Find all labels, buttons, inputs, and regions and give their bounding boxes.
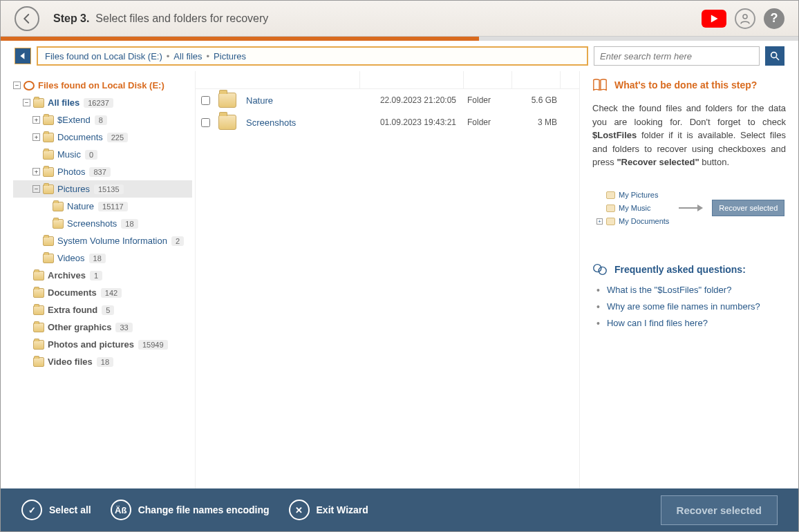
file-list: Nature22.09.2023 21:20:05Folder5.6 GBScr… bbox=[196, 71, 580, 520]
folder-icon bbox=[33, 357, 44, 367]
breadcrumb[interactable]: Files found on Local Disk (E:) • All fil… bbox=[37, 46, 588, 66]
exit-wizard-button[interactable]: ✕ Exit Wizard bbox=[289, 500, 368, 520]
page-title: Step 3. Select files and folders for rec… bbox=[53, 12, 268, 25]
arrow-left-icon bbox=[21, 12, 33, 25]
file-row[interactable]: Nature22.09.2023 21:20:05Folder5.6 GB bbox=[196, 89, 579, 111]
folder-icon bbox=[33, 288, 44, 298]
folder-icon bbox=[43, 254, 54, 263]
tree-root[interactable]: − Files found on Local Disk (E:) bbox=[13, 77, 192, 94]
tree-item[interactable]: Music0 bbox=[13, 146, 192, 163]
help-button[interactable]: ? bbox=[764, 8, 784, 29]
folder-icon bbox=[33, 271, 44, 281]
recover-selected-button[interactable]: Recover selected bbox=[661, 495, 778, 525]
tree-category[interactable]: Documents142 bbox=[13, 284, 192, 301]
user-icon bbox=[739, 12, 751, 25]
help-text: Check the found files and folders for th… bbox=[592, 102, 786, 169]
folder-icon bbox=[218, 115, 236, 130]
folder-icon bbox=[43, 150, 54, 160]
faq-icon bbox=[592, 263, 608, 276]
file-checkbox[interactable] bbox=[201, 118, 210, 127]
folder-icon bbox=[218, 93, 236, 108]
tree-item[interactable]: System Volume Information2 bbox=[13, 232, 192, 249]
encoding-icon: Äß bbox=[111, 500, 131, 520]
footer-bar: ✓ Select all Äß Change file names encodi… bbox=[1, 488, 798, 531]
faq-title: Frequently asked questions: bbox=[614, 264, 746, 275]
help-illustration: My Pictures My Music +My Documents Recov… bbox=[596, 189, 786, 228]
tree-item[interactable]: +Photos837 bbox=[13, 163, 192, 180]
header-bar: Step 3. Select files and folders for rec… bbox=[1, 1, 798, 37]
file-checkbox[interactable] bbox=[201, 96, 210, 105]
file-list-header bbox=[196, 71, 579, 89]
search-input[interactable] bbox=[594, 46, 760, 66]
tree-category[interactable]: Other graphics33 bbox=[13, 319, 192, 336]
change-encoding-button[interactable]: Äß Change file names encoding bbox=[111, 500, 270, 520]
folder-icon bbox=[33, 323, 44, 332]
svg-point-1 bbox=[771, 53, 777, 58]
check-icon: ✓ bbox=[21, 500, 42, 520]
tree-item[interactable]: +$Extend8 bbox=[13, 111, 192, 129]
folder-icon bbox=[43, 133, 54, 142]
tree-item[interactable]: Videos18 bbox=[13, 249, 192, 267]
folder-icon bbox=[33, 340, 44, 350]
select-all-button[interactable]: ✓ Select all bbox=[21, 500, 91, 520]
folder-icon bbox=[43, 236, 54, 246]
folder-icon bbox=[33, 305, 44, 315]
triangle-left-icon bbox=[19, 52, 27, 60]
tree-category[interactable]: Extra found5 bbox=[13, 301, 192, 319]
play-icon bbox=[709, 14, 719, 23]
search-button[interactable] bbox=[765, 46, 784, 66]
folder-icon bbox=[43, 167, 54, 177]
svg-line-2 bbox=[776, 57, 779, 60]
youtube-button[interactable] bbox=[702, 10, 726, 28]
folder-icon bbox=[53, 202, 64, 211]
question-icon: ? bbox=[771, 11, 778, 26]
tree-category[interactable]: Archives1 bbox=[13, 267, 192, 284]
faq-link[interactable]: What is the "$LostFiles" folder? bbox=[592, 285, 786, 296]
faq-link[interactable]: How can I find files here? bbox=[592, 318, 786, 329]
folder-icon bbox=[43, 184, 54, 194]
folder-icon bbox=[53, 219, 64, 229]
tree-item[interactable]: −Pictures15135 bbox=[13, 180, 192, 198]
folder-icon bbox=[43, 115, 54, 125]
svg-point-0 bbox=[743, 15, 747, 19]
help-title: What's to be done at this step? bbox=[614, 79, 757, 91]
close-icon: ✕ bbox=[289, 500, 310, 520]
tree-all-files[interactable]: − All files16237 bbox=[13, 94, 192, 111]
tree-item[interactable]: Screenshots18 bbox=[13, 215, 192, 232]
back-button[interactable] bbox=[15, 6, 39, 31]
disk-icon bbox=[24, 81, 35, 91]
illustration-recover-button: Recover selected bbox=[712, 200, 784, 216]
tree-item[interactable]: Nature15117 bbox=[13, 198, 192, 215]
account-button[interactable] bbox=[735, 8, 755, 29]
faq-link[interactable]: Why are some file names in numbers? bbox=[592, 301, 786, 312]
file-row[interactable]: Screenshots01.09.2023 19:43:21Folder3 MB bbox=[196, 111, 579, 133]
search-icon bbox=[769, 50, 780, 61]
help-panel: What's to be done at this step? Check th… bbox=[580, 71, 798, 520]
progress-bar bbox=[1, 37, 798, 41]
book-icon bbox=[592, 78, 608, 92]
tree-item[interactable]: +Documents225 bbox=[13, 129, 192, 146]
folder-icon bbox=[33, 98, 44, 108]
breadcrumb-back-button[interactable] bbox=[15, 48, 31, 64]
tree-category[interactable]: Video files18 bbox=[13, 353, 192, 370]
folder-tree: − Files found on Local Disk (E:) − All f… bbox=[1, 71, 196, 520]
arrow-right-icon bbox=[679, 207, 702, 209]
tree-category[interactable]: Photos and pictures15949 bbox=[13, 336, 192, 353]
